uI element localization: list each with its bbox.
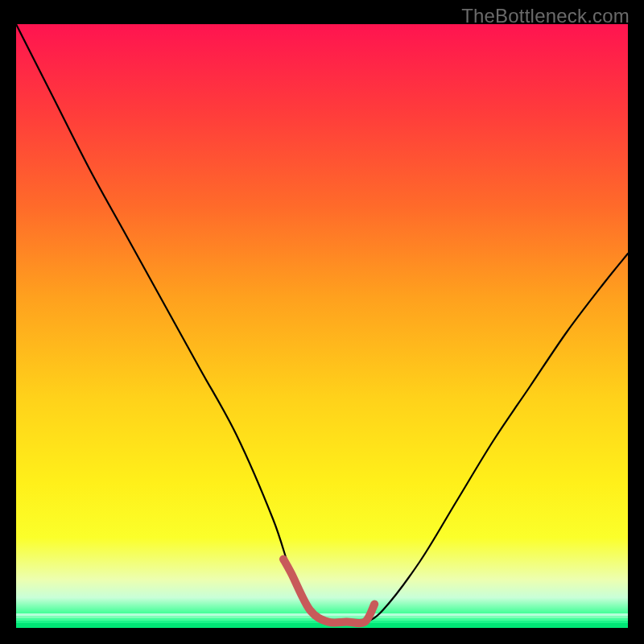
chart-stage: TheBottleneck.com <box>0 0 644 644</box>
curve-layer <box>16 24 628 628</box>
trough-marker-path <box>283 559 374 624</box>
bottleneck-curve-path <box>16 24 628 623</box>
plot-area <box>16 24 628 628</box>
